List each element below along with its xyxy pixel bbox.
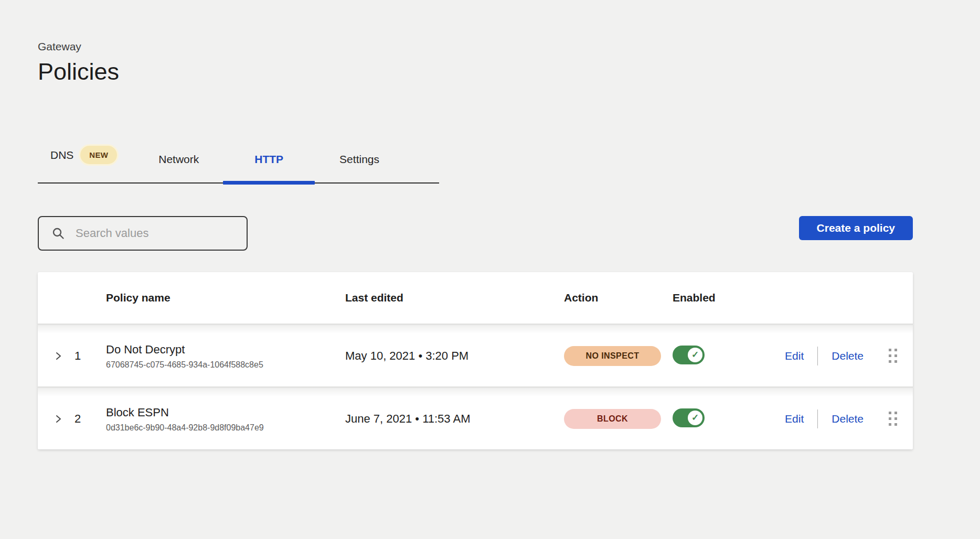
toggle-knob: ✓ xyxy=(688,411,702,425)
column-header-policy-name: Policy name xyxy=(106,292,345,304)
tab-dns[interactable]: DNS NEW xyxy=(50,144,119,182)
search-box[interactable] xyxy=(38,216,248,251)
policy-uuid: 67068745-c075-4685-934a-1064f588c8e5 xyxy=(106,361,345,369)
column-header-action: Action xyxy=(564,292,673,304)
tab-dns-label: DNS xyxy=(50,149,73,161)
edit-button[interactable]: Edit xyxy=(785,350,804,362)
action-divider xyxy=(817,347,818,365)
tab-network-label: Network xyxy=(158,153,199,166)
table-row: 2 Block ESPN 0d31be6c-9b90-48a4-92b8-9d8… xyxy=(38,386,913,449)
row-actions: Edit Delete xyxy=(772,347,913,365)
policy-uuid: 0d31be6c-9b90-48a4-92b8-9d8f09ba47e9 xyxy=(106,424,345,432)
last-edited-value: May 10, 2021 • 3:20 PM xyxy=(345,349,564,363)
tab-http[interactable]: HTTP xyxy=(223,153,315,182)
edit-button[interactable]: Edit xyxy=(785,413,804,425)
search-icon xyxy=(51,227,65,240)
create-policy-button[interactable]: Create a policy xyxy=(799,216,913,240)
check-icon: ✓ xyxy=(691,413,699,422)
toolbar: Create a policy xyxy=(38,216,913,251)
toggle-knob: ✓ xyxy=(688,348,702,362)
enabled-cell: ✓ xyxy=(673,408,772,429)
tab-settings-label: Settings xyxy=(339,153,379,166)
enabled-cell: ✓ xyxy=(673,346,772,366)
check-icon: ✓ xyxy=(691,350,699,359)
policy-name-cell: Block ESPN 0d31be6c-9b90-48a4-92b8-9d8f0… xyxy=(106,406,345,432)
last-edited-value: June 7, 2021 • 11:53 AM xyxy=(345,412,564,426)
row-actions: Edit Delete xyxy=(772,409,913,428)
delete-button[interactable]: Delete xyxy=(832,350,864,362)
action-badge: NO INSPECT xyxy=(564,346,661,366)
enabled-toggle[interactable]: ✓ xyxy=(673,346,705,364)
tabs-bar: DNS NEW Network HTTP Settings xyxy=(38,144,439,184)
policy-name: Do Not Decrypt xyxy=(106,343,345,357)
action-badge: BLOCK xyxy=(564,409,661,429)
column-header-last-edited: Last edited xyxy=(345,292,564,304)
expand-row-button[interactable] xyxy=(38,351,74,361)
enabled-toggle[interactable]: ✓ xyxy=(673,408,705,427)
policy-name: Block ESPN xyxy=(106,406,345,419)
policies-table: Policy name Last edited Action Enabled 1… xyxy=(38,272,913,449)
page-title: Policies xyxy=(38,58,980,85)
drag-handle-icon[interactable] xyxy=(889,349,897,363)
table-header-row: Policy name Last edited Action Enabled xyxy=(38,272,913,324)
chevron-right-icon xyxy=(54,351,63,361)
expand-row-button[interactable] xyxy=(38,414,74,424)
drag-handle-icon[interactable] xyxy=(889,412,897,426)
tab-network[interactable]: Network xyxy=(158,153,199,182)
search-input[interactable] xyxy=(74,226,237,241)
gateway-policies-page: Gateway Policies DNS NEW Network HTTP Se… xyxy=(0,0,980,449)
tab-settings[interactable]: Settings xyxy=(339,153,379,182)
breadcrumb: Gateway xyxy=(38,40,980,53)
policy-name-cell: Do Not Decrypt 67068745-c075-4685-934a-1… xyxy=(106,343,345,369)
action-divider xyxy=(817,409,818,428)
chevron-right-icon xyxy=(54,414,63,424)
row-priority-number: 1 xyxy=(74,349,106,363)
table-row: 1 Do Not Decrypt 67068745-c075-4685-934a… xyxy=(38,324,913,386)
column-header-enabled: Enabled xyxy=(673,292,772,304)
row-priority-number: 2 xyxy=(74,412,106,426)
new-badge: NEW xyxy=(79,144,119,166)
delete-button[interactable]: Delete xyxy=(832,413,864,425)
tab-http-label: HTTP xyxy=(254,153,283,166)
